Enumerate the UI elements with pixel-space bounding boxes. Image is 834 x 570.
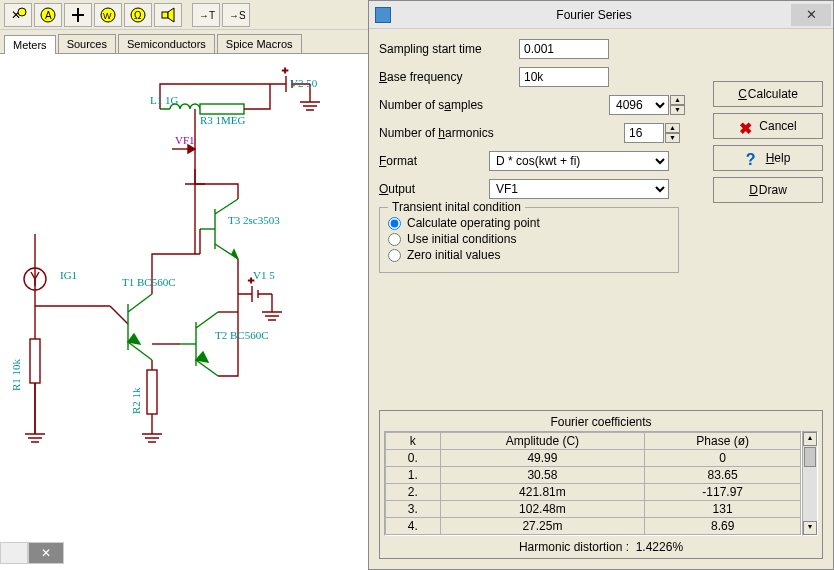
label-t2: T2 BC560C: [215, 329, 268, 341]
svg-text:A: A: [45, 10, 52, 21]
basefreq-label: Base frequency: [379, 70, 519, 84]
radio-calc-op[interactable]: [388, 217, 401, 230]
label-v1: V1 5: [253, 269, 275, 281]
spin-up[interactable]: ▲: [665, 123, 680, 133]
fourier-dialog: Fourier Series ✕ Sampling start time Bas…: [368, 0, 834, 570]
svg-text:+: +: [282, 64, 288, 76]
toolbar-btn[interactable]: →T: [192, 3, 220, 27]
cancel-button[interactable]: ✖Cancel: [713, 113, 823, 139]
toolbar-btn[interactable]: W: [94, 3, 122, 27]
dialog-title: Fourier Series: [397, 8, 791, 22]
dialog-icon: [375, 7, 391, 23]
transient-group: Transient inital condition Calculate ope…: [379, 207, 679, 273]
spin-down[interactable]: ▼: [670, 105, 685, 115]
calculate-button[interactable]: CCalculate: [713, 81, 823, 107]
status-close[interactable]: ✕: [28, 542, 64, 564]
svg-line-25: [215, 199, 238, 214]
spin-down[interactable]: ▼: [665, 133, 680, 143]
scroll-down-icon[interactable]: ▾: [803, 521, 817, 535]
samples-label: Number of samples: [379, 98, 519, 112]
spin-up[interactable]: ▲: [670, 95, 685, 105]
harmonic-distortion: Harmonic distortion : 1.4226%: [384, 540, 818, 554]
col-phase[interactable]: Phase (ø): [645, 433, 801, 450]
label-vf1: VF1: [175, 134, 195, 146]
svg-rect-19: [147, 370, 157, 414]
label-t1: T1 BC560C: [122, 276, 175, 288]
label-r2: R2 1k: [130, 387, 142, 414]
label-l1: L1 1G: [150, 94, 178, 106]
svg-text:Ω: Ω: [134, 10, 142, 21]
table-row[interactable]: 4.27.25m8.69: [386, 518, 801, 535]
samples-select[interactable]: 4096: [609, 95, 669, 115]
schematic-canvas[interactable]: + +: [0, 54, 370, 570]
close-icon[interactable]: ✕: [791, 4, 831, 26]
col-k[interactable]: k: [386, 433, 441, 450]
coeff-table: k Amplitude (C) Phase (ø) 0.49.9901.30.5…: [384, 431, 802, 536]
scroll-up-icon[interactable]: ▴: [803, 432, 817, 446]
toolbar-btn[interactable]: ✕: [4, 3, 32, 27]
coeff-title: Fourier coefficients: [384, 415, 818, 429]
svg-line-31: [196, 312, 218, 328]
x-icon: ✖: [739, 119, 753, 133]
titlebar: Fourier Series ✕: [369, 1, 833, 29]
toolbar-btn[interactable]: Ω: [124, 3, 152, 27]
svg-rect-5: [72, 14, 84, 16]
toolbar-btn[interactable]: →S: [222, 3, 250, 27]
tab-sources[interactable]: Sources: [58, 34, 116, 53]
output-select[interactable]: VF1: [489, 179, 669, 199]
table-row[interactable]: 3.102.48m131: [386, 501, 801, 518]
group-legend: Transient inital condition: [388, 200, 525, 214]
table-row[interactable]: 2.421.81m-117.97: [386, 484, 801, 501]
table-row[interactable]: 1.30.5883.65: [386, 467, 801, 484]
svg-rect-14: [30, 339, 40, 383]
svg-rect-10: [162, 12, 168, 18]
table-row[interactable]: 0.49.990: [386, 450, 801, 467]
basefreq-input[interactable]: [519, 67, 609, 87]
svg-marker-22: [188, 145, 195, 153]
help-icon: ?: [746, 151, 760, 165]
svg-text:W: W: [103, 11, 112, 21]
coeff-panel: Fourier coefficients k Amplitude (C) Pha…: [379, 410, 823, 559]
label-v2: V2 50: [290, 77, 318, 89]
label-ig1: IG1: [60, 269, 77, 281]
harmonics-input[interactable]: [624, 123, 664, 143]
tab-spice[interactable]: Spice Macros: [217, 34, 302, 53]
sampling-label: Sampling start time: [379, 42, 519, 56]
toolbar-btn[interactable]: [64, 3, 92, 27]
svg-marker-33: [196, 352, 208, 362]
draw-button[interactable]: DDraw: [713, 177, 823, 203]
toolbar-btn[interactable]: [154, 3, 182, 27]
sampling-input[interactable]: [519, 39, 609, 59]
svg-line-16: [128, 294, 152, 312]
output-label: Output: [379, 182, 489, 196]
harmonics-label: Number of harmonics: [379, 126, 519, 140]
svg-text:→T: →T: [199, 10, 215, 21]
svg-rect-20: [200, 104, 244, 114]
format-select[interactable]: D * cos(kwt + fi): [489, 151, 669, 171]
tab-meters[interactable]: Meters: [4, 35, 56, 54]
radio-use-init[interactable]: [388, 233, 401, 246]
status-cell[interactable]: [0, 542, 28, 564]
label-r1: R1 10k: [10, 358, 22, 391]
scroll-thumb[interactable]: [804, 447, 816, 467]
label-r3: R3 1MEG: [200, 114, 246, 126]
format-label: Format: [379, 154, 489, 168]
statusbar: ✕: [0, 542, 80, 570]
svg-marker-18: [128, 334, 140, 344]
label-t3: T3 2sc3503: [228, 214, 280, 226]
svg-text:→S: →S: [229, 10, 245, 21]
svg-point-1: [18, 8, 26, 16]
radio-zero[interactable]: [388, 249, 401, 262]
toolbar-btn[interactable]: A: [34, 3, 62, 27]
col-amp[interactable]: Amplitude (C): [440, 433, 645, 450]
help-button[interactable]: ?Help: [713, 145, 823, 171]
scrollbar[interactable]: ▴ ▾: [802, 431, 818, 536]
tab-semiconductors[interactable]: Semiconductors: [118, 34, 215, 53]
